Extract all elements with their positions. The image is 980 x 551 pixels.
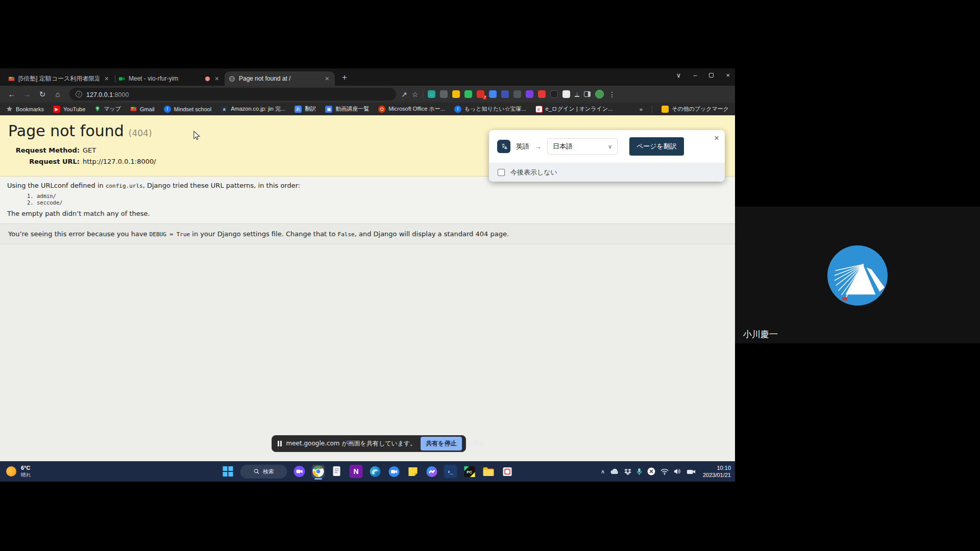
bookmark-item[interactable]: ee_ログイン | オンライン... <box>535 105 613 113</box>
edge-app-icon[interactable] <box>369 465 382 478</box>
address-bar[interactable]: i 127.0.0.1:8000 <box>69 88 396 101</box>
new-tab-button[interactable]: + <box>342 72 347 83</box>
url-host: 127.0.0.1 <box>86 91 113 98</box>
taskbar-search[interactable]: 検索 <box>240 465 287 479</box>
menu-icon[interactable]: ⋮ <box>608 90 616 98</box>
bookmark-item[interactable]: Bookmarks <box>6 106 44 112</box>
keep-extension-icon[interactable] <box>452 90 460 98</box>
download-icon[interactable]: ←↓ <box>575 91 579 97</box>
bookmark-item[interactable]: OMicrosoft Office ホー... <box>378 105 445 113</box>
wand-extension-icon[interactable] <box>538 90 546 98</box>
microphone-icon[interactable] <box>636 468 642 475</box>
urlconf-info-section: Using the URLconf defined in config.urls… <box>0 177 735 224</box>
bookmark-item[interactable]: マップ <box>94 105 121 113</box>
camera-icon[interactable] <box>687 468 696 475</box>
windows-start-button[interactable] <box>222 465 235 478</box>
purple-extension-icon[interactable] <box>526 90 533 98</box>
wifi-icon[interactable] <box>660 468 669 475</box>
window-controls: ∨ – × <box>676 71 730 79</box>
participant-tile[interactable]: 小川慶一 <box>735 207 980 343</box>
bookmark-item[interactable]: ▣動画講座一覧 <box>325 105 369 113</box>
close-icon[interactable]: × <box>103 74 110 83</box>
bookmarks-overflow-icon[interactable]: » <box>640 106 643 112</box>
sticky-notes-app-icon[interactable] <box>406 465 420 478</box>
document-app-icon[interactable] <box>331 465 344 478</box>
bookmark-item[interactable]: fMindset school <box>164 106 211 113</box>
powershell-app-icon[interactable]: ›_ <box>444 465 457 478</box>
pause-icon[interactable] <box>278 441 282 446</box>
back-icon[interactable]: ← <box>5 90 18 98</box>
close-icon[interactable]: × <box>213 74 220 83</box>
youtube-icon: ▶ <box>53 106 60 113</box>
volume-icon[interactable] <box>674 468 681 475</box>
blue-extension-icon[interactable] <box>489 90 497 98</box>
evernote-extension-icon[interactable] <box>464 90 472 98</box>
refresh-icon[interactable]: ↻ <box>36 90 49 99</box>
dont-show-checkbox[interactable] <box>498 169 505 176</box>
pycharm-app-icon[interactable]: PC <box>463 465 476 478</box>
profile-avatar[interactable] <box>595 90 604 98</box>
target-language: 日本語 <box>553 142 573 151</box>
home-icon[interactable]: ⌂ <box>51 90 64 98</box>
chevron-up-icon[interactable]: ∧ <box>601 468 605 475</box>
facebook-icon: f <box>164 106 171 113</box>
onedrive-icon[interactable] <box>610 468 619 474</box>
ellipsis-extension-icon[interactable]: … <box>428 90 435 98</box>
url-pattern-list: admin/ seccode/ <box>37 193 727 206</box>
close-icon[interactable]: × <box>714 133 719 143</box>
hide-link[interactable]: 非表示 <box>467 439 485 448</box>
duo-camera-app-icon[interactable] <box>293 465 306 478</box>
url-port: :8000 <box>113 91 129 98</box>
video-list-icon: ▣ <box>325 106 332 113</box>
pulse-extension-icon[interactable] <box>513 90 521 98</box>
lock-extension-icon[interactable] <box>501 90 509 98</box>
messenger-app-icon[interactable] <box>425 465 438 478</box>
taskbar-weather-widget[interactable]: 6°C 晴れ <box>6 461 31 482</box>
minimize-button[interactable]: – <box>693 71 697 79</box>
tab-title: [5倍塾] 定額コース利用者限定 1月 <box>18 74 100 83</box>
chrome-app-icon[interactable] <box>312 465 325 478</box>
dropbox-extension-icon[interactable] <box>440 90 448 98</box>
participant-name: 小川慶一 <box>743 329 778 340</box>
request-method-value: GET <box>83 146 96 154</box>
forward-icon[interactable]: → <box>20 90 34 98</box>
taskbar-clock[interactable]: 10:10 2023/01/21 <box>703 464 731 479</box>
translate-page-button[interactable]: ページを翻訳 <box>629 137 684 156</box>
folder-icon <box>662 106 669 113</box>
side-panel-icon[interactable] <box>584 91 591 97</box>
target-language-select[interactable]: 日本語 ∨ <box>547 138 618 155</box>
gmail-checker-extension-icon[interactable]: 7 <box>477 90 484 98</box>
zoom-app-icon[interactable] <box>387 465 401 478</box>
snipping-tool-app-icon[interactable] <box>501 465 514 478</box>
bookmark-item[interactable]: Gmail <box>130 106 155 112</box>
other-bookmarks-button[interactable]: その他のブックマーク <box>662 105 729 113</box>
file-explorer-app-icon[interactable] <box>482 465 495 478</box>
bookmark-item[interactable]: aAmazon.co.jp: jin 完... <box>220 105 285 113</box>
share-icon[interactable]: ↗ <box>401 90 407 98</box>
tab-meet[interactable]: Meet - vio-rfur-yim × <box>114 71 225 86</box>
site-info-icon[interactable]: i <box>76 91 82 97</box>
maps-icon <box>94 106 101 112</box>
tab-gmail[interactable]: [5倍塾] 定額コース利用者限定 1月 × <box>4 71 114 86</box>
bookmark-item[interactable]: fもっと知りたい☆宝塚... <box>454 105 526 113</box>
search-label: 検索 <box>263 468 274 475</box>
clock-time: 10:10 <box>703 464 731 471</box>
mute-circle-icon[interactable] <box>647 467 655 475</box>
maximize-button[interactable] <box>709 73 714 78</box>
extensions-puzzle-icon[interactable] <box>562 90 570 98</box>
clock-date: 2023/01/21 <box>703 471 731 479</box>
tab-title: Meet - vio-rfur-yim <box>129 75 202 82</box>
dark-extension-icon[interactable] <box>550 90 558 98</box>
bookmark-item[interactable]: あ翻訳 <box>295 105 316 113</box>
bookmark-item[interactable]: ▶YouTube <box>53 106 85 113</box>
bookmark-star-icon[interactable]: ☆ <box>412 90 419 98</box>
close-icon[interactable]: × <box>324 74 331 83</box>
close-window-button[interactable]: × <box>726 71 730 79</box>
tab-search-icon[interactable]: ∨ <box>676 71 681 79</box>
participant-avatar <box>827 245 888 306</box>
onenote-app-icon[interactable]: N <box>350 465 363 478</box>
urlconf-text: Using the URLconf defined in config.urls… <box>7 182 727 189</box>
tab-page-not-found[interactable]: Page not found at / × <box>225 71 335 86</box>
stop-sharing-button[interactable]: 共有を停止 <box>421 437 461 450</box>
dropbox-icon[interactable] <box>624 468 631 475</box>
